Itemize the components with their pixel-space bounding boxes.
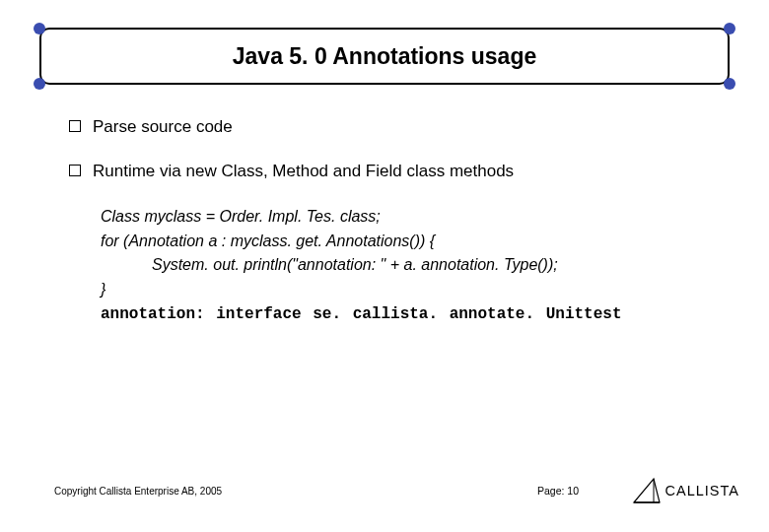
- code-line: }: [101, 278, 720, 302]
- square-bullet-icon: [69, 165, 81, 176]
- code-line: for (Annotation a : myclass. get. Annota…: [101, 230, 720, 254]
- corner-dot-icon: [724, 78, 735, 90]
- title-box: Java 5. 0 Annotations usage: [39, 28, 730, 85]
- title-banner: Java 5. 0 Annotations usage: [39, 28, 730, 85]
- content-area: Parse source code Runtime via new Class,…: [69, 116, 720, 327]
- bullet-text: Parse source code: [93, 116, 233, 139]
- code-line: System. out. println("annotation: " + a.…: [101, 253, 720, 278]
- copyright-text: Copyright Callista Enterprise AB, 2005: [54, 486, 222, 497]
- corner-dot-icon: [724, 23, 735, 34]
- bullet-text: Runtime via new Class, Method and Field …: [93, 161, 514, 183]
- code-line: Class myclass = Order. Impl. Tes. class;: [101, 205, 720, 230]
- corner-dot-icon: [34, 78, 45, 90]
- code-block: Class myclass = Order. Impl. Tes. class;…: [101, 205, 720, 327]
- bullet-item: Runtime via new Class, Method and Field …: [69, 161, 720, 183]
- corner-dot-icon: [34, 23, 45, 34]
- bullet-item: Parse source code: [69, 116, 720, 139]
- footer: Copyright Callista Enterprise AB, 2005 P…: [54, 477, 739, 504]
- page-number: Page: 10: [537, 485, 579, 497]
- code-output-line: annotation: interface se. callista. anno…: [101, 302, 720, 327]
- slide-title: Java 5. 0 Annotations usage: [233, 43, 536, 70]
- callista-logo-icon: [632, 477, 662, 504]
- brand-name: CALLISTA: [665, 483, 739, 499]
- brand-logo: CALLISTA: [632, 477, 739, 504]
- square-bullet-icon: [69, 120, 81, 132]
